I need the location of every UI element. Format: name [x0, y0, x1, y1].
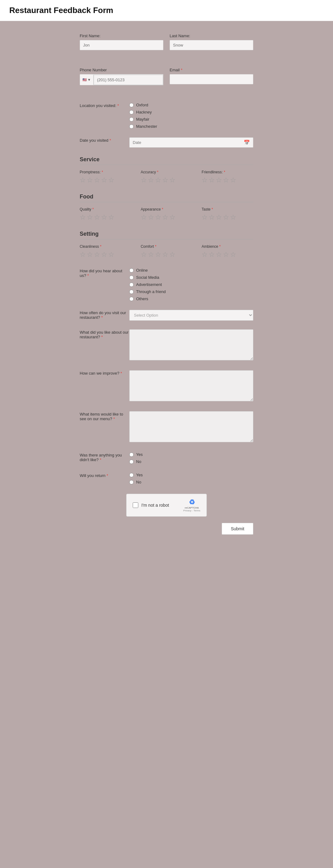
phone-flag-dropdown[interactable]: 🇺🇸 ▼ — [80, 74, 94, 85]
star-2[interactable]: ☆ — [209, 251, 215, 259]
star-4[interactable]: ☆ — [162, 251, 169, 259]
service-title: Service — [80, 156, 253, 165]
star-2[interactable]: ☆ — [148, 176, 154, 184]
promptness-label: Promptness: * — [80, 170, 131, 174]
quality-stars[interactable]: ☆ ☆ ☆ ☆ ☆ — [80, 213, 131, 221]
ambience-label: Ambience * — [202, 244, 253, 249]
location-hackney-radio[interactable] — [129, 110, 133, 115]
will-return-radio-group: Yes No — [129, 473, 253, 485]
ambience-stars[interactable]: ☆ ☆ ☆ ☆ ☆ — [202, 251, 253, 259]
star-5[interactable]: ☆ — [169, 213, 176, 221]
accuracy-stars[interactable]: ☆ ☆ ☆ ☆ ☆ — [141, 176, 192, 184]
star-2[interactable]: ☆ — [209, 176, 215, 184]
star-2[interactable]: ☆ — [148, 213, 154, 221]
star-2[interactable]: ☆ — [87, 251, 93, 259]
cleanliness-rating: Cleanliness * ☆ ☆ ☆ ☆ ☆ — [80, 244, 131, 259]
star-3[interactable]: ☆ — [94, 251, 100, 259]
star-3[interactable]: ☆ — [94, 176, 100, 184]
location-manchester-radio[interactable] — [129, 124, 133, 129]
captcha-checkbox[interactable] — [133, 502, 138, 508]
like-about-textarea[interactable] — [129, 329, 253, 360]
will-return-no-radio[interactable] — [129, 480, 133, 485]
star-1[interactable]: ☆ — [202, 176, 208, 184]
star-5[interactable]: ☆ — [108, 213, 114, 221]
star-1[interactable]: ☆ — [141, 251, 147, 259]
first-name-group: First Name: — [80, 33, 163, 50]
hear-online-radio[interactable] — [129, 268, 133, 273]
star-3[interactable]: ☆ — [155, 251, 161, 259]
star-4[interactable]: ☆ — [223, 251, 229, 259]
date-input[interactable] — [130, 138, 241, 147]
star-1[interactable]: ☆ — [80, 251, 86, 259]
captcha-section: I'm not a robot ♻ reCAPTCHA Privacy - Te… — [80, 494, 253, 517]
location-mayfair-radio[interactable] — [129, 117, 133, 122]
star-2[interactable]: ☆ — [87, 176, 93, 184]
will-return-yes-radio[interactable] — [129, 473, 133, 477]
captcha-label: I'm not a robot — [141, 503, 169, 508]
appearance-label: Appearance * — [141, 207, 192, 212]
hear-friend: Through a friend — [129, 289, 253, 294]
star-1[interactable]: ☆ — [141, 213, 147, 221]
star-5[interactable]: ☆ — [169, 251, 176, 259]
visit-freq-select[interactable]: Select Option First time Weekly Monthly … — [129, 310, 253, 321]
ambience-rating: Ambience * ☆ ☆ ☆ ☆ ☆ — [202, 244, 253, 259]
star-4[interactable]: ☆ — [101, 213, 107, 221]
comfort-label: Comfort * — [141, 244, 192, 249]
menu-items-label: What items would like to see on our menu… — [80, 411, 129, 421]
star-3[interactable]: ☆ — [216, 176, 222, 184]
will-return-yes: Yes — [129, 473, 253, 477]
appearance-stars[interactable]: ☆ ☆ ☆ ☆ ☆ — [141, 213, 192, 221]
hear-advertisement-radio[interactable] — [129, 282, 133, 287]
star-4[interactable]: ☆ — [162, 213, 169, 221]
star-3[interactable]: ☆ — [155, 176, 161, 184]
last-name-input[interactable] — [170, 40, 253, 50]
star-5[interactable]: ☆ — [108, 176, 114, 184]
improve-textarea[interactable] — [129, 370, 253, 401]
promptness-stars[interactable]: ☆ ☆ ☆ ☆ ☆ — [80, 176, 131, 184]
star-4[interactable]: ☆ — [223, 213, 229, 221]
star-4[interactable]: ☆ — [101, 176, 107, 184]
star-2[interactable]: ☆ — [148, 251, 154, 259]
hear-social-radio[interactable] — [129, 275, 133, 280]
star-1[interactable]: ☆ — [202, 251, 208, 259]
star-5[interactable]: ☆ — [169, 176, 176, 184]
hear-others-radio[interactable] — [129, 297, 133, 301]
taste-stars[interactable]: ☆ ☆ ☆ ☆ ☆ — [202, 213, 253, 221]
email-input[interactable] — [170, 74, 253, 84]
phone-group: Phone Number 🇺🇸 ▼ — [80, 68, 163, 85]
star-3[interactable]: ☆ — [94, 213, 100, 221]
didnt-like-no-radio[interactable] — [129, 460, 133, 464]
star-2[interactable]: ☆ — [209, 213, 215, 221]
hear-friend-radio[interactable] — [129, 290, 133, 294]
first-name-input[interactable] — [80, 40, 163, 50]
star-5[interactable]: ☆ — [230, 176, 236, 184]
star-3[interactable]: ☆ — [155, 213, 161, 221]
star-2[interactable]: ☆ — [87, 213, 93, 221]
star-3[interactable]: ☆ — [216, 251, 222, 259]
cleanliness-stars[interactable]: ☆ ☆ ☆ ☆ ☆ — [80, 251, 131, 259]
star-5[interactable]: ☆ — [230, 213, 236, 221]
service-rating-group: Promptness: * ☆ ☆ ☆ ☆ ☆ Accuracy * ☆ ☆ ☆… — [80, 170, 253, 184]
star-4[interactable]: ☆ — [223, 176, 229, 184]
star-4[interactable]: ☆ — [101, 251, 107, 259]
menu-items-textarea[interactable] — [129, 411, 253, 442]
star-5[interactable]: ☆ — [230, 251, 236, 259]
star-4[interactable]: ☆ — [162, 176, 169, 184]
recaptcha-logo: ♻ reCAPTCHA Privacy - Terms — [183, 498, 200, 512]
location-oxford-radio[interactable] — [129, 103, 133, 107]
will-return-no-label: No — [136, 480, 141, 485]
star-1[interactable]: ☆ — [80, 213, 86, 221]
friendliness-stars[interactable]: ☆ ☆ ☆ ☆ ☆ — [202, 176, 253, 184]
location-options: Oxford Hackney Mayfair Manchester — [129, 103, 253, 129]
submit-button[interactable]: Submit — [222, 523, 253, 535]
phone-input[interactable] — [94, 75, 163, 85]
star-5[interactable]: ☆ — [108, 251, 114, 259]
hear-about-label: How did you hear about us? * — [80, 268, 129, 278]
star-3[interactable]: ☆ — [216, 213, 222, 221]
star-1[interactable]: ☆ — [80, 176, 86, 184]
star-1[interactable]: ☆ — [202, 213, 208, 221]
comfort-stars[interactable]: ☆ ☆ ☆ ☆ ☆ — [141, 251, 192, 259]
food-section: Food Quality * ☆ ☆ ☆ ☆ ☆ Appearance * ☆ … — [80, 193, 253, 221]
didnt-like-yes-radio[interactable] — [129, 453, 133, 457]
star-1[interactable]: ☆ — [141, 176, 147, 184]
